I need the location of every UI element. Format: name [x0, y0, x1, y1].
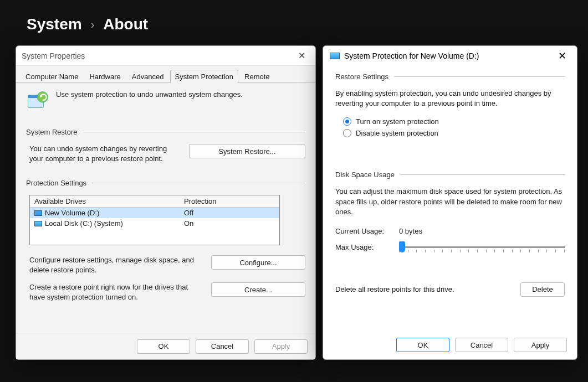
divider	[92, 183, 305, 183]
apply-button[interactable]: Apply	[514, 338, 567, 352]
drive-icon	[330, 53, 340, 59]
close-icon[interactable]: ✕	[293, 50, 310, 61]
create-button[interactable]: Create...	[211, 282, 305, 297]
system-properties-dialog: System Properties ✕ Computer Name Hardwa…	[16, 45, 316, 360]
drive-protection-value: On	[180, 218, 279, 229]
breadcrumb-system[interactable]: System	[27, 16, 82, 33]
group-protection-settings: Protection Settings	[26, 179, 86, 187]
divider	[400, 174, 565, 175]
table-row[interactable]: New Volume (D:) Off	[30, 208, 279, 218]
chevron-right-icon: ›	[91, 18, 95, 31]
radio-label: Turn on system protection	[356, 117, 439, 126]
ok-button[interactable]: OK	[396, 338, 449, 352]
system-protection-icon	[26, 90, 49, 113]
radio-label: Disable system protection	[356, 129, 438, 137]
system-protection-volume-dialog: System Protection for New Volume (D:) ✕ …	[323, 45, 577, 360]
current-usage-value: 0 bytes	[399, 227, 422, 235]
restore-settings-text: By enabling system protection, you can u…	[335, 89, 565, 109]
create-text: Create a restore point right now for the…	[26, 282, 201, 302]
max-usage-label: Max Usage:	[335, 243, 399, 251]
tab-computer-name[interactable]: Computer Name	[21, 70, 83, 83]
tabstrip: Computer Name Hardware Advanced System P…	[16, 66, 315, 82]
close-icon[interactable]: ✕	[554, 50, 570, 62]
slider-ticks	[399, 250, 565, 253]
intro-text: Use system protection to undo unwanted s…	[56, 90, 243, 99]
drive-name: New Volume (D:)	[45, 209, 99, 217]
group-disk-space-usage: Disk Space Usage	[335, 171, 395, 179]
group-restore-settings: Restore Settings	[335, 73, 388, 81]
delete-text: Delete all restore points for this drive…	[335, 285, 520, 293]
column-header-protection[interactable]: Protection	[180, 195, 279, 207]
column-header-drives[interactable]: Available Drives	[30, 195, 180, 207]
radio-icon	[343, 129, 351, 137]
tab-hardware[interactable]: Hardware	[84, 70, 125, 83]
delete-button[interactable]: Delete	[520, 282, 565, 297]
tab-remote[interactable]: Remote	[239, 70, 275, 83]
configure-button[interactable]: Configure...	[211, 255, 305, 270]
breadcrumb-about: About	[103, 16, 148, 33]
cancel-button[interactable]: Cancel	[455, 338, 508, 352]
current-usage-label: Current Usage:	[335, 227, 399, 235]
slider-thumb[interactable]	[399, 241, 405, 252]
dialog-title: System Protection for New Volume (D:)	[344, 51, 479, 60]
drive-protection-value: Off	[180, 208, 279, 218]
drive-icon	[34, 210, 42, 216]
drive-name: Local Disk (C:) (System)	[45, 219, 123, 228]
radio-icon	[343, 117, 351, 126]
divider	[83, 132, 305, 132]
divider	[394, 76, 565, 77]
disk-space-text: You can adjust the maximum disk space us…	[335, 187, 565, 217]
drive-icon	[34, 221, 42, 226]
dialog-titlebar: System Protection for New Volume (D:) ✕	[323, 46, 577, 66]
max-usage-slider[interactable]	[399, 246, 565, 248]
table-row[interactable]: Local Disk (C:) (System) On	[30, 218, 279, 229]
group-system-restore: System Restore	[26, 128, 77, 136]
tab-system-protection[interactable]: System Protection	[170, 70, 239, 83]
tab-panel-system-protection: Use system protection to undo unwanted s…	[16, 82, 315, 307]
configure-text: Configure restore settings, manage disk …	[26, 255, 201, 275]
cancel-button[interactable]: Cancel	[196, 339, 249, 354]
radio-turn-on[interactable]: Turn on system protection	[343, 117, 565, 126]
ok-button[interactable]: OK	[137, 339, 190, 354]
dialog-titlebar: System Properties ✕	[16, 46, 315, 66]
dialog-title: System Properties	[22, 51, 85, 60]
drives-table: Available Drives Protection New Volume (…	[29, 195, 280, 245]
system-restore-text: You can undo system changes by reverting…	[26, 144, 179, 163]
tab-advanced[interactable]: Advanced	[127, 70, 169, 83]
radio-disable[interactable]: Disable system protection	[343, 129, 565, 137]
system-restore-button[interactable]: System Restore...	[189, 144, 305, 158]
apply-button[interactable]: Apply	[254, 339, 308, 354]
breadcrumb: System › About	[27, 16, 148, 33]
